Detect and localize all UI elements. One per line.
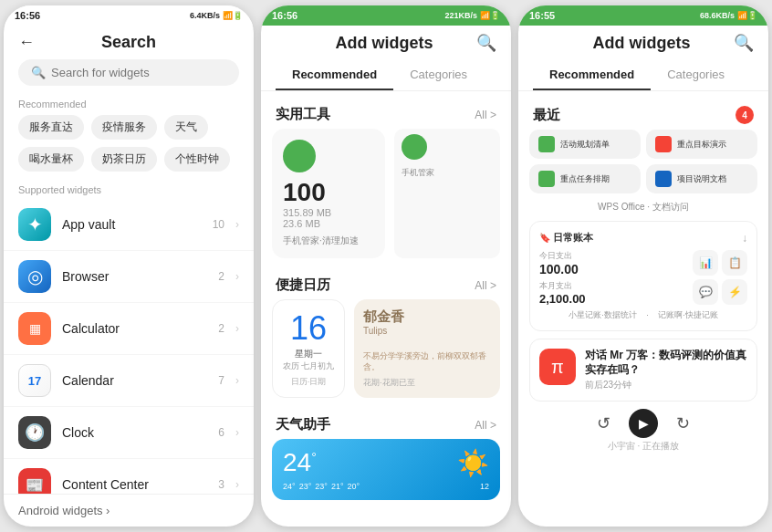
phone-manager-logo: [283, 140, 316, 172]
page-title-2: Add widgets: [301, 34, 467, 53]
ledger-row: 今日支出 100.00 本月支出 2,100.00 📊 📋 💬 ⚡: [539, 250, 747, 306]
ledger-card[interactable]: 🔖 日常账本 ↓ 今日支出 100.00 本月支出 2,100.00: [529, 221, 757, 331]
search-input-wrap[interactable]: 🔍: [18, 59, 239, 86]
tag-5[interactable]: 个性时钟: [164, 147, 230, 172]
tag-row: 服务直达 疫情服务 天气 喝水量杯 奶茶日历 个性时钟: [4, 115, 254, 179]
recent-icon-1: [655, 136, 672, 152]
tag-0[interactable]: 服务直达: [18, 115, 84, 140]
add-widgets-header-2: Add widgets 🔍: [261, 26, 511, 60]
play-button[interactable]: ▶: [629, 409, 658, 438]
recent-label-2: 重点任务排期: [560, 173, 610, 185]
widget-item-content[interactable]: 📰 Content Center 3 ›: [4, 459, 254, 494]
section-weather: 天气助手 All >: [272, 409, 500, 439]
calendar-cards: 16 星期一 农历 七月初九 日历·日期 郁金香 Tulips 不易分学学溪旁边…: [272, 299, 500, 398]
status-bar-2: 16:56 221KB/s 📶🔋: [261, 5, 511, 26]
ledger-title: 🔖 日常账本: [539, 231, 593, 245]
phone3-content: Add widgets 🔍 Recommended Categories 最近 …: [518, 26, 768, 527]
rewind-button[interactable]: ↺: [597, 413, 610, 433]
card-label-mgr: 手机管家·清理加速: [283, 235, 374, 247]
small-card-logo: [402, 134, 427, 160]
podcast-info: 对话 Mr 万客：数码评测的价值真实存在吗？ 前后23分钟: [585, 349, 747, 391]
widget-item-appvault[interactable]: ✦ App vault 10 ›: [4, 199, 254, 251]
recent-label-3: 项目说明文档: [677, 173, 726, 185]
widget-count-calculator: 2: [218, 322, 224, 335]
chevron-appvault: ›: [235, 218, 239, 231]
flower-desc: 不易分学学溪旁边，前柳双双郁香含。: [363, 350, 491, 373]
back-button[interactable]: ←: [18, 33, 35, 52]
calendar-card[interactable]: 16 星期一 农历 七月初九 日历·日期: [272, 299, 345, 398]
recommended-label: Recommended: [4, 95, 254, 115]
chevron-browser: ›: [235, 270, 239, 283]
flower-type: 花期·花期已至: [363, 377, 491, 389]
phone-search: 16:56 6.4KB/s 📶🔋 ← Search 🔍 Recommended …: [4, 5, 254, 527]
section-all-tools[interactable]: All >: [475, 109, 496, 121]
android-widgets-footer[interactable]: Android widgets ›: [4, 494, 254, 527]
ledger-icon-3[interactable]: ⚡: [722, 279, 747, 305]
ledger-download-icon: ↓: [742, 232, 747, 245]
search-input[interactable]: [51, 66, 226, 79]
search-icon-header-3[interactable]: 🔍: [734, 33, 754, 53]
tabs-row-3: Recommended Categories: [518, 60, 768, 91]
phone-manager-card-sm[interactable]: 手机管家: [394, 129, 500, 258]
podcast-time: 前后23分钟: [585, 379, 747, 391]
status-icons-1: 6.4KB/s 📶🔋: [190, 11, 243, 20]
podcast-playing-label: 小宇宙 · 正在播放: [529, 438, 757, 454]
clock-icon: 🕐: [18, 416, 51, 449]
weather-sun-icon: ☀️: [457, 448, 489, 478]
widget-item-calculator[interactable]: ▦ Calculator 2 ›: [4, 303, 254, 355]
ledger-icon-2[interactable]: 💬: [693, 279, 718, 305]
status-bar-3: 16:55 68.6KB/s 📶🔋: [518, 5, 768, 26]
status-bar-1: 16:56 6.4KB/s 📶🔋: [4, 5, 254, 26]
cal-date: 农历 七月初九: [283, 360, 335, 372]
tag-4[interactable]: 奶茶日历: [91, 147, 157, 172]
tab-categories-3[interactable]: Categories: [651, 60, 741, 90]
tools-cards: 100 315.89 MB 23.6 MB 手机管家·清理加速 手机管家: [272, 129, 500, 258]
tag-2[interactable]: 天气: [164, 115, 208, 140]
section-all-calendar[interactable]: All >: [475, 279, 496, 292]
widget-item-calendar[interactable]: 17 Calendar 7 ›: [4, 355, 254, 407]
page-title-3: Add widgets: [558, 34, 725, 53]
cal-weekday: 星期一: [295, 348, 322, 360]
recent-item-0[interactable]: 活动规划清单: [529, 130, 641, 159]
ledger-icon-1[interactable]: 📋: [722, 250, 747, 276]
recent-item-2[interactable]: 重点任务排期: [529, 164, 641, 193]
widget-count-appvault: 10: [213, 218, 224, 231]
section-recent: 最近 4: [529, 99, 757, 130]
recent-label-1: 重点目标演示: [677, 139, 726, 151]
widget-name-calendar: Calendar: [62, 373, 207, 388]
search-icon-header-2[interactable]: 🔍: [476, 33, 496, 53]
weather-temps-row: 24° 23° 23° 21° 20° 12: [283, 482, 489, 491]
tab-recommended-3[interactable]: Recommended: [533, 60, 651, 90]
phone1-content: ← Search 🔍 Recommended 服务直达 疫情服务 天气 喝水量杯…: [4, 26, 254, 527]
widget-name-content: Content Center: [62, 477, 207, 492]
status-icons-3: 68.6KB/s 📶🔋: [700, 11, 757, 20]
flower-card[interactable]: 郁金香 Tulips 不易分学学溪旁边，前柳双双郁香含。 花期·花期已至: [354, 299, 500, 398]
podcast-card[interactable]: π 对话 Mr 万客：数码评测的价值真实存在吗？ 前后23分钟: [529, 339, 757, 402]
recent-icon-0: [538, 136, 555, 152]
temp-3: 21°: [331, 482, 344, 491]
flower-sub: Tulips: [363, 326, 491, 336]
widget-item-browser[interactable]: ◎ Browser 2 ›: [4, 251, 254, 303]
forward-button[interactable]: ↻: [676, 413, 690, 433]
phone-manager-card[interactable]: 100 315.89 MB 23.6 MB 手机管家·清理加速: [272, 129, 385, 258]
ledger-header: 🔖 日常账本 ↓: [539, 231, 747, 245]
recent-item-1[interactable]: 重点目标演示: [646, 130, 757, 159]
widget-item-clock[interactable]: 🕐 Clock 6 ›: [4, 407, 254, 459]
recent-item-3[interactable]: 项目说明文档: [646, 164, 757, 193]
section-title-weather: 天气助手: [276, 416, 330, 433]
ledger-icon-0[interactable]: 📊: [693, 250, 718, 276]
recent-label-0: 活动规划清单: [560, 139, 610, 151]
temp-2: 23°: [315, 482, 328, 491]
widget-name-clock: Clock: [62, 425, 207, 440]
tab-categories-2[interactable]: Categories: [393, 60, 484, 90]
weather-card[interactable]: 24° ☀️ 24° 23° 23° 21° 20° 12: [272, 439, 500, 500]
tab-recommended-2[interactable]: Recommended: [276, 60, 393, 90]
tag-3[interactable]: 喝水量杯: [18, 147, 84, 172]
tag-1[interactable]: 疫情服务: [91, 115, 157, 140]
widget-name-calculator: Calculator: [62, 321, 207, 336]
appvault-icon: ✦: [18, 208, 51, 241]
widget-count-calendar: 7: [218, 374, 224, 387]
card-size2: 23.6 MB: [283, 218, 374, 229]
status-time-1: 16:56: [15, 10, 40, 21]
section-all-weather[interactable]: All >: [475, 419, 496, 432]
